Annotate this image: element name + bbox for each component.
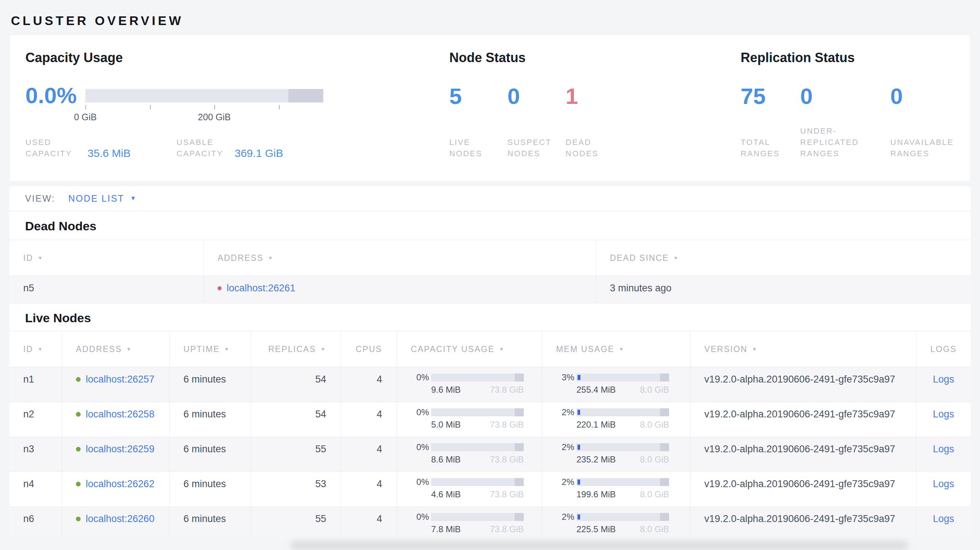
replication-stat: 75TOTAL RANGES	[741, 83, 800, 159]
logs-link[interactable]: Logs	[933, 512, 954, 526]
live-node-version-cell: v19.2.0-alpha.20190606-2491-gfe735c9a97	[690, 402, 916, 437]
mem-percent: 2%	[556, 478, 574, 486]
live-col-header-logs-text: LOGS	[930, 344, 957, 354]
replication-status-section: Replication Status 75TOTAL RANGES0UNDER-…	[741, 49, 966, 159]
dead-nodes-table: ID▼ADDRESS▼DEAD SINCE▼n5localhost:262613…	[10, 240, 970, 303]
node-status-stat: 1DEAD NODES	[566, 83, 660, 159]
live-col-header-uptime-text: UPTIME	[183, 344, 220, 354]
live-node-address-link[interactable]: localhost:26257	[86, 372, 154, 386]
capacity-legend-value: 35.6 MiB	[88, 147, 130, 159]
view-dropdown[interactable]: NODE LIST ▼	[68, 193, 136, 204]
capacity-usage-bar: 0 GiB200 GiB	[85, 89, 323, 102]
live-node-address-link[interactable]: localhost:26260	[86, 512, 154, 526]
live-node-uptime-cell: 6 minutes	[169, 507, 251, 538]
live-node-capacity-cell: 0%7.8 MiB73.8 GiB	[397, 507, 542, 538]
capacity-meter: 0%7.8 MiB73.8 GiB	[411, 512, 524, 534]
capacity-usage-percent: 0.0%	[25, 82, 85, 109]
mem-bar-fill	[578, 480, 580, 485]
live-node-address: localhost:26259	[76, 442, 154, 456]
logs-link[interactable]: Logs	[933, 372, 954, 386]
live-node-address: localhost:26260	[76, 512, 154, 526]
mem-bar	[576, 374, 669, 382]
live-node-address-link[interactable]: localhost:26258	[86, 407, 154, 421]
capacity-percent: 0%	[411, 408, 429, 416]
live-status-dot-icon	[76, 482, 81, 486]
live-status-dot-icon	[76, 412, 81, 416]
mem-meter: 2%225.5 MiB8.0 GiB	[556, 512, 669, 534]
logs-link[interactable]: Logs	[933, 477, 954, 491]
sort-arrow-icon: ▼	[320, 346, 326, 352]
live-col-header-capacity-usage[interactable]: CAPACITY USAGE▼	[397, 331, 542, 367]
capacity-used-value: 4.6 MiB	[431, 490, 461, 499]
live-col-header-replicas[interactable]: REPLICAS▼	[251, 331, 341, 367]
live-node-mem-cell: 2%220.1 MiB8.0 GiB	[542, 402, 690, 437]
capacity-bar-other-segment	[288, 89, 323, 102]
mem-bar	[576, 513, 669, 521]
live-node-address-link[interactable]: localhost:26259	[86, 442, 154, 456]
mem-meter: 2%220.1 MiB8.0 GiB	[556, 407, 669, 429]
dead-node-address-link[interactable]: localhost:26261	[227, 281, 295, 295]
mem-used-value: 255.4 MiB	[576, 385, 616, 394]
replication-label: UNDER-REPLICATED RANGES	[800, 126, 873, 159]
dead-node-address-cell: localhost:26261	[204, 276, 596, 303]
node-status-value: 0	[508, 83, 566, 110]
live-col-header-replicas-text: REPLICAS	[269, 344, 316, 354]
live-col-header-uptime[interactable]: UPTIME▼	[169, 331, 251, 367]
view-label: VIEW:	[25, 193, 55, 204]
sort-arrow-icon: ▼	[37, 255, 43, 261]
live-node-address: localhost:26258	[76, 407, 154, 421]
capacity-legend-label: USED CAPACITY	[25, 137, 88, 159]
live-node-address-link[interactable]: localhost:26262	[86, 477, 154, 491]
replication-label: TOTAL RANGES	[741, 126, 799, 159]
logs-link[interactable]: Logs	[933, 442, 954, 456]
live-col-header-version-text: VERSION	[704, 344, 748, 354]
capacity-bar-other-segment	[515, 374, 524, 382]
live-col-header-id[interactable]: ID▼	[10, 331, 62, 367]
capacity-legend-item: USED CAPACITY35.6 MiB	[25, 137, 130, 159]
capacity-legend-item: USABLE CAPACITY369.1 GiB	[177, 137, 283, 159]
replication-label: UNAVAILABLE RANGES	[890, 126, 966, 159]
live-node-address: localhost:26262	[76, 477, 154, 491]
dead-col-header-id[interactable]: ID▼	[10, 240, 204, 276]
live-node-cpus-cell: 4	[341, 402, 397, 437]
live-col-header-cpus: CPUS	[341, 331, 397, 367]
live-node-version: v19.2.0-alpha.20190606-2491-gfe735c9a97	[704, 407, 895, 421]
dead-status-dot-icon	[218, 286, 221, 290]
logs-link[interactable]: Logs	[933, 407, 954, 421]
live-col-header-mem-usage[interactable]: MEM USAGE▼	[542, 331, 690, 367]
dead-col-header-address[interactable]: ADDRESS▼	[204, 240, 596, 276]
live-node-address: localhost:26257	[76, 372, 154, 386]
bottom-edge-shadow	[291, 542, 908, 549]
capacity-axis-tick	[85, 105, 86, 109]
live-col-header-address[interactable]: ADDRESS▼	[62, 331, 169, 367]
mem-bar-fill	[578, 445, 580, 450]
capacity-legend-value: 369.1 GiB	[235, 147, 283, 159]
mem-percent: 3%	[556, 373, 574, 382]
live-node-logs-cell: Logs	[916, 472, 970, 507]
live-col-header-logs: LOGS	[916, 331, 970, 367]
live-node-id-cell: n1	[10, 367, 62, 402]
capacity-percent: 0%	[411, 478, 429, 486]
live-node-address-cell: localhost:26257	[62, 367, 169, 402]
capacity-total-value: 73.8 GiB	[490, 490, 524, 499]
live-node-replicas-cell: 55	[251, 507, 341, 538]
capacity-bar	[431, 513, 524, 521]
live-node-uptime-cell: 6 minutes	[169, 437, 251, 472]
live-node-address-cell: localhost:26259	[62, 437, 169, 472]
view-bar: VIEW: NODE LIST ▼	[10, 186, 970, 210]
live-status-dot-icon	[76, 447, 81, 451]
capacity-total-value: 73.8 GiB	[490, 385, 524, 394]
dead-col-header-address-text: ADDRESS	[218, 253, 264, 263]
live-node-replicas-cell: 55	[251, 437, 341, 472]
dead-col-header-dead-since[interactable]: DEAD SINCE▼	[596, 240, 970, 276]
capacity-total-value: 73.8 GiB	[490, 525, 524, 534]
node-status-section: Node Status 5LIVE NODES0SUSPECT NODES1DE…	[449, 49, 718, 159]
live-status-dot-icon	[76, 517, 81, 521]
capacity-bar-other-segment	[515, 409, 524, 416]
capacity-total-value: 73.8 GiB	[490, 420, 524, 429]
live-col-header-version[interactable]: VERSION▼	[690, 331, 916, 367]
node-status-value: 5	[449, 83, 508, 110]
sort-arrow-icon: ▼	[37, 346, 43, 352]
mem-bar-fill	[578, 375, 581, 380]
sort-arrow-icon: ▼	[268, 255, 274, 261]
